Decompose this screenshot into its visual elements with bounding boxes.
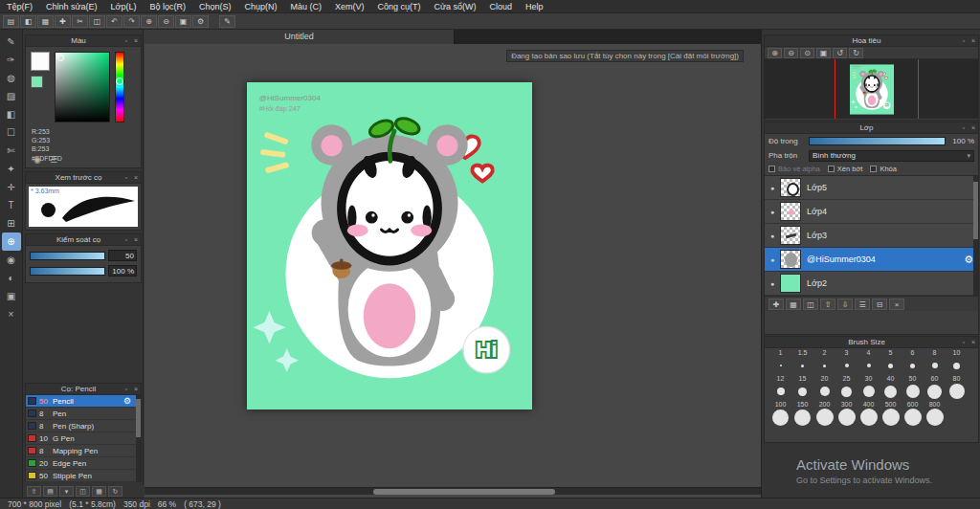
pen-mode-icon[interactable]: ✎ bbox=[219, 15, 235, 28]
settings-icon[interactable]: ⚙ bbox=[192, 15, 209, 28]
move-tool-icon[interactable]: ✛ bbox=[2, 178, 21, 196]
lock-checkbox[interactable] bbox=[870, 166, 877, 172]
pan-tool-icon[interactable]: ⊞ bbox=[2, 214, 21, 232]
scrollbar-thumb[interactable] bbox=[373, 489, 555, 495]
gradient-tool-icon[interactable]: ◧ bbox=[2, 105, 21, 123]
brush-tool-icon[interactable]: ✑ bbox=[2, 51, 21, 69]
brush-row[interactable]: 8 Pen bbox=[26, 408, 141, 420]
float-panel-icon[interactable]: ▫ bbox=[959, 122, 969, 134]
move-layer-up-icon[interactable]: ⇧ bbox=[820, 299, 835, 310]
scroll-up-icon[interactable]: ⇧ bbox=[27, 486, 41, 497]
brush-size-preset[interactable]: 3 bbox=[835, 348, 858, 374]
menu-cloud[interactable]: Cloud bbox=[483, 0, 520, 13]
layer-opacity-slider[interactable] bbox=[809, 137, 946, 145]
layer-visibility-icon[interactable]: ● bbox=[765, 256, 780, 263]
brush-size-preset[interactable]: 1.5 bbox=[791, 348, 813, 374]
copy-icon[interactable]: ◫ bbox=[89, 15, 105, 28]
float-panel-icon[interactable]: ▫ bbox=[959, 337, 969, 348]
blend-mode-select[interactable]: Bình thường ▾ bbox=[809, 150, 974, 162]
brush-size-preset[interactable]: 150 bbox=[791, 400, 813, 426]
brush-row[interactable]: 50 Pencil ⚙ bbox=[26, 395, 141, 408]
brush-size-preset[interactable]: 10 bbox=[946, 348, 968, 374]
color-wheel-icon[interactable]: ◉ bbox=[31, 155, 44, 166]
navigator-preview[interactable] bbox=[765, 59, 978, 119]
close-panel-icon[interactable]: × bbox=[969, 35, 978, 47]
layer-row[interactable]: ● Lớp2 bbox=[765, 272, 978, 296]
menu-select[interactable]: Chọn(S) bbox=[192, 0, 238, 13]
color-slider-icon[interactable]: ☰ bbox=[47, 155, 60, 166]
menu-filter[interactable]: Bộ lọc(R) bbox=[143, 0, 192, 13]
folder-icon[interactable]: ▤ bbox=[43, 486, 57, 497]
cut-icon[interactable]: ✂ bbox=[72, 15, 88, 28]
menu-snap[interactable]: Chụp(N) bbox=[238, 0, 284, 13]
nav-zoom-in-icon[interactable]: ⊕ bbox=[768, 48, 782, 58]
layer-row[interactable]: ● Lớp3 bbox=[765, 224, 978, 248]
delete-layer-icon[interactable]: × bbox=[889, 299, 904, 310]
dropdown-icon[interactable]: ▾ bbox=[59, 486, 74, 497]
close-panel-icon[interactable]: × bbox=[969, 122, 978, 134]
brush-row[interactable]: 20 Edge Pen bbox=[26, 457, 141, 470]
brush-size-preset[interactable]: 5 bbox=[880, 348, 902, 374]
grid-icon[interactable]: ▣ bbox=[175, 15, 191, 28]
menu-view[interactable]: Xem(V) bbox=[328, 0, 371, 13]
brush-list-scrollbar[interactable] bbox=[136, 395, 141, 482]
nav-fit-screen-icon[interactable]: ▣ bbox=[816, 48, 831, 58]
brush-size-preset[interactable]: 6 bbox=[902, 348, 924, 374]
brush-size-preset[interactable]: 500 bbox=[880, 400, 902, 426]
refresh-icon[interactable]: ↻ bbox=[108, 486, 122, 497]
brush-opacity-value[interactable]: 100 % bbox=[108, 265, 137, 277]
float-panel-icon[interactable]: ▫ bbox=[122, 384, 131, 395]
menu-window[interactable]: Cửa sổ(W) bbox=[428, 0, 483, 13]
brush-row[interactable]: 8 Pen (Sharp) bbox=[26, 420, 141, 432]
brush-size-preset[interactable]: 100 bbox=[769, 400, 791, 426]
fill-tool-icon[interactable]: ▨ bbox=[2, 87, 21, 105]
document-tab[interactable]: Untitled bbox=[145, 30, 455, 44]
brush-row[interactable]: 10 G Pen bbox=[26, 432, 141, 445]
brush-opacity-slider[interactable] bbox=[30, 267, 105, 276]
brush-size-preset[interactable]: 40 bbox=[880, 374, 902, 400]
brush-settings-gear-icon[interactable]: ⚙ bbox=[123, 396, 131, 406]
layer-visibility-icon[interactable]: ● bbox=[765, 185, 780, 191]
brush-size-preset[interactable]: 200 bbox=[813, 400, 835, 426]
close-panel-icon[interactable]: × bbox=[131, 384, 141, 395]
brush-row[interactable]: 50 Stipple Pen bbox=[26, 470, 141, 482]
add-icon[interactable]: ✚ bbox=[55, 15, 71, 28]
brush-size-preset[interactable]: 15 bbox=[791, 374, 813, 400]
layer-visibility-icon[interactable]: ● bbox=[765, 209, 780, 215]
grid-view-icon[interactable]: ▦ bbox=[92, 486, 106, 497]
sub-color-swatch[interactable] bbox=[31, 76, 43, 88]
layer-row-selected[interactable]: ● @HiSummer0304 ⚙ bbox=[765, 248, 978, 272]
layer-visibility-icon[interactable]: ● bbox=[765, 280, 780, 287]
layers-scrollbar[interactable] bbox=[973, 176, 978, 296]
canvas-horizontal-scrollbar[interactable] bbox=[145, 487, 761, 495]
foreground-color-swatch[interactable] bbox=[31, 52, 50, 71]
redo-icon[interactable]: ↷ bbox=[123, 15, 140, 28]
brush-size-preset[interactable]: 30 bbox=[858, 374, 880, 400]
brush-size-preset[interactable]: 80 bbox=[946, 374, 968, 400]
menu-help[interactable]: Help bbox=[519, 0, 550, 13]
brush-size-slider[interactable] bbox=[30, 252, 105, 260]
curve-tool-icon[interactable]: ◐ bbox=[2, 269, 21, 287]
clear-layer-icon[interactable]: ⊟ bbox=[872, 299, 887, 310]
clipping-checkbox[interactable] bbox=[828, 166, 835, 172]
close-tool-icon[interactable]: × bbox=[2, 305, 21, 323]
layer-visibility-icon[interactable]: ● bbox=[765, 232, 780, 239]
add-folder-icon[interactable]: ▦ bbox=[786, 299, 801, 310]
save-file-icon[interactable]: ▦ bbox=[37, 15, 54, 28]
brush-size-preset[interactable]: 600 bbox=[902, 400, 924, 426]
close-panel-icon[interactable]: × bbox=[131, 172, 141, 184]
zoom-tool-icon[interactable]: ⊕ bbox=[2, 232, 21, 251]
select-tool-icon[interactable]: ☐ bbox=[2, 123, 21, 142]
eyedropper-tool-icon[interactable]: ◉ bbox=[2, 251, 21, 269]
nav-zoom-out-icon[interactable]: ⊖ bbox=[784, 48, 798, 58]
menu-tools[interactable]: Công cụ(T) bbox=[371, 0, 428, 13]
pen-tool-icon[interactable]: ✎ bbox=[2, 33, 21, 51]
brush-size-preset[interactable]: 800 bbox=[924, 400, 946, 426]
float-panel-icon[interactable]: ▫ bbox=[122, 172, 131, 184]
zoom-in-icon[interactable]: ⊕ bbox=[141, 15, 157, 28]
new-file-icon[interactable]: ▤ bbox=[3, 15, 19, 28]
lasso-tool-icon[interactable]: ✄ bbox=[2, 142, 21, 160]
menu-layer[interactable]: Lớp(L) bbox=[104, 0, 144, 13]
shape-tool-icon[interactable]: ▣ bbox=[2, 287, 21, 305]
brush-size-preset[interactable]: 2 bbox=[813, 348, 835, 374]
